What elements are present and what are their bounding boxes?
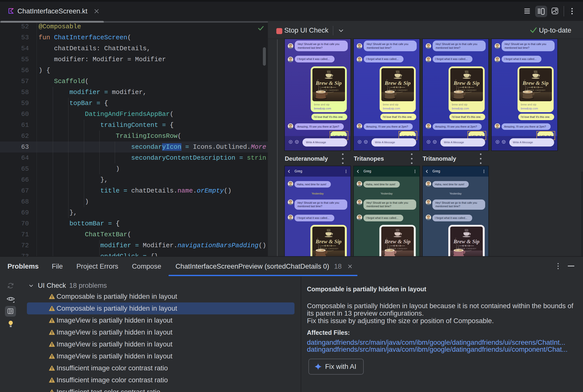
svg-text:ONID: ONID [325,86,333,88]
svg-text:Brew & Sip: Brew & Sip [384,238,411,244]
svg-text:ONID: ONID [462,86,471,88]
svg-text:Brew & Sip: Brew & Sip [316,80,342,86]
svg-text:Brew & Sip: Brew & Sip [453,238,479,244]
svg-text:Brew & Sip: Brew & Sip [316,238,342,244]
svg-text:ONID: ONID [531,86,540,88]
svg-text:ONID: ONID [462,244,471,247]
svg-text:ONID: ONID [325,244,333,247]
svg-text:Brew & Sip: Brew & Sip [522,80,548,86]
svg-text:Brew & Sip: Brew & Sip [384,80,411,86]
svg-text:ONID: ONID [394,86,402,88]
svg-text:ONID: ONID [394,244,402,247]
svg-text:Brew & Sip: Brew & Sip [453,80,479,86]
